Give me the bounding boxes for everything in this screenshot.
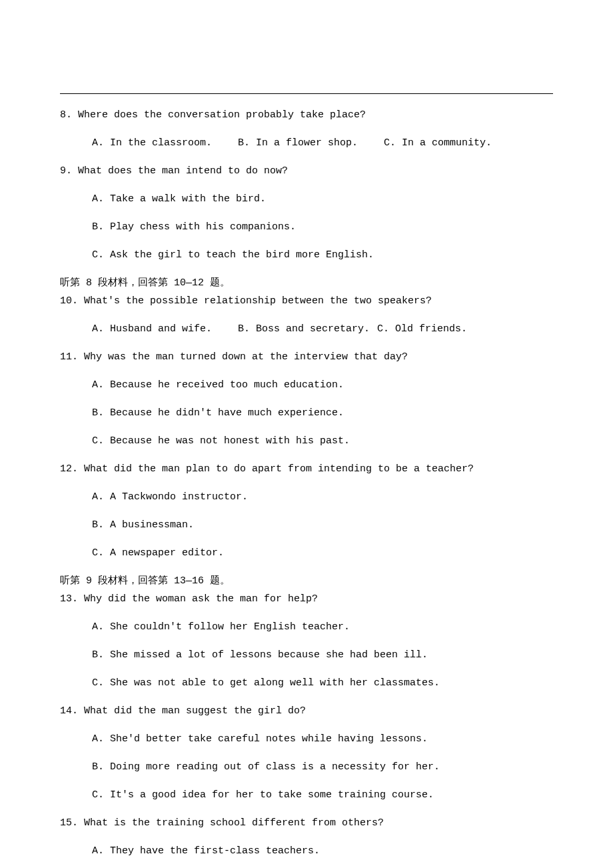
option-a: A. Take a walk with the bird.	[60, 190, 553, 208]
option-b: B. In a flower shop.	[238, 134, 378, 152]
option-a: A. She'd better take careful notes while…	[60, 730, 553, 748]
question-15: 15. What is the training school differen…	[60, 814, 553, 832]
option-a: A. In the classroom.	[92, 134, 232, 152]
option-c: C. It's a good idea for her to take some…	[60, 786, 553, 804]
option-c: C. Ask the girl to teach the bird more E…	[60, 246, 553, 264]
option-c: C. A newspaper editor.	[60, 544, 553, 562]
question-13: 13. Why did the woman ask the man for he…	[60, 590, 553, 608]
question-14: 14. What did the man suggest the girl do…	[60, 702, 553, 720]
option-b: B. A businessman.	[60, 516, 553, 534]
question-12: 12. What did the man plan to do apart fr…	[60, 460, 553, 478]
option-b: B. Boss and secretary.	[238, 320, 371, 338]
question-11: 11. Why was the man turned down at the i…	[60, 348, 553, 366]
question-10: 10. What's the possible relationship bet…	[60, 292, 553, 310]
question-8: 8. Where does the conversation probably …	[60, 106, 553, 124]
option-c: C. Because he was not honest with his pa…	[60, 432, 553, 450]
section-8-header: 听第 8 段材料，回答第 10—12 题。	[60, 274, 553, 292]
option-b: B. Doing more reading out of class is a …	[60, 758, 553, 776]
question-9: 9. What does the man intend to do now?	[60, 162, 553, 180]
question-8-options: A. In the classroom. B. In a flower shop…	[60, 134, 553, 152]
option-c: C. In a community.	[384, 134, 492, 152]
option-a: A. Husband and wife.	[92, 320, 232, 338]
option-a: A. She couldn't follow her English teach…	[60, 618, 553, 636]
page-container: 8. Where does the conversation probably …	[0, 0, 613, 868]
option-c: C. She was not able to get along well wi…	[60, 674, 553, 692]
question-10-options: A. Husband and wife. B. Boss and secreta…	[60, 320, 553, 338]
option-b: B. Play chess with his companions.	[60, 218, 553, 236]
option-b: B. She missed a lot of lessons because s…	[60, 646, 553, 664]
header-rule	[60, 93, 553, 94]
option-b: B. Because he didn't have much experienc…	[60, 404, 553, 422]
option-a: A. They have the first-class teachers.	[60, 842, 553, 860]
option-a: A. Because he received too much educatio…	[60, 376, 553, 394]
option-a: A. A Tackwondo instructor.	[60, 488, 553, 506]
option-c: C. Old friends.	[377, 320, 467, 338]
section-9-header: 听第 9 段材料，回答第 13—16 题。	[60, 572, 553, 590]
